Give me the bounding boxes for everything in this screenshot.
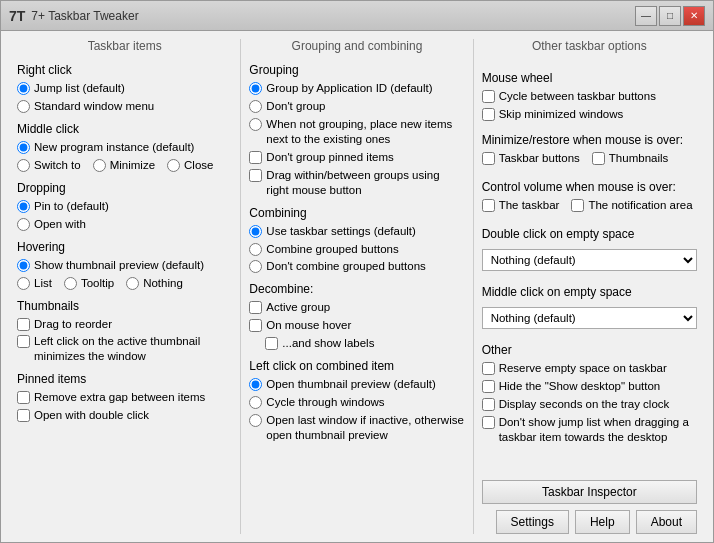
help-button[interactable]: Help <box>575 510 630 534</box>
close-button[interactable]: ✕ <box>683 6 705 26</box>
decomb-active-check[interactable] <box>249 301 262 314</box>
grp-no-pinned-check[interactable] <box>249 151 262 164</box>
other-hide-desktop-check[interactable] <box>482 380 495 393</box>
right-footer: Taskbar Inspector Settings Help About <box>482 472 697 534</box>
mr-taskbar-btns-check[interactable] <box>482 152 495 165</box>
other-reserve-check[interactable] <box>482 362 495 375</box>
grp-no-pinned: Don't group pinned items <box>249 150 464 165</box>
comb-dont: Don't combine grouped buttons <box>249 259 464 274</box>
grp-app-id-label: Group by Application ID (default) <box>266 81 432 96</box>
pin-dblclick-check[interactable] <box>17 409 30 422</box>
thumb-leftclick-check[interactable] <box>17 335 30 348</box>
mc-close: Close <box>167 158 213 173</box>
taskbar-inspector-button[interactable]: Taskbar Inspector <box>482 480 697 504</box>
column-taskbar-items: Taskbar items Right click Jump list (def… <box>9 39 241 534</box>
mw-skip-min: Skip minimized windows <box>482 107 697 122</box>
other-seconds-label: Display seconds on the tray clock <box>499 397 670 412</box>
hover-list-label: List <box>34 276 52 291</box>
mr-inline-row: Taskbar buttons Thumbnails <box>482 151 697 169</box>
hover-nothing-radio[interactable] <box>126 277 139 290</box>
other-hide-desktop-label: Hide the "Show desktop" button <box>499 379 661 394</box>
thumb-leftclick: Left click on the active thumbnail minim… <box>17 334 232 364</box>
lc-thumbnail: Open thumbnail preview (default) <box>249 377 464 392</box>
grp-app-id-radio[interactable] <box>249 82 262 95</box>
rc-window-menu-label: Standard window menu <box>34 99 154 114</box>
thumb-drag-label: Drag to reorder <box>34 317 112 332</box>
hover-list-radio[interactable] <box>17 277 30 290</box>
settings-button[interactable]: Settings <box>496 510 569 534</box>
dbl-click-select[interactable]: Nothing (default) Show desktop Task Mana… <box>482 249 697 271</box>
section-minimize-restore: Minimize/restore when mouse is over: <box>482 133 697 147</box>
mw-cycle-check[interactable] <box>482 90 495 103</box>
mc-close-label: Close <box>184 158 213 173</box>
mr-taskbar-btns: Taskbar buttons <box>482 151 580 166</box>
drop-open-radio[interactable] <box>17 218 30 231</box>
lc-cycle-radio[interactable] <box>249 396 262 409</box>
decomb-labels-check[interactable] <box>265 337 278 350</box>
cv-notification-check[interactable] <box>571 199 584 212</box>
section-pinned: Pinned items <box>17 372 232 386</box>
lc-thumbnail-radio[interactable] <box>249 378 262 391</box>
hover-list: List <box>17 276 52 291</box>
mw-skip-min-check[interactable] <box>482 108 495 121</box>
minimize-button[interactable]: — <box>635 6 657 26</box>
app-icon: 7T <box>9 8 25 24</box>
other-hide-desktop: Hide the "Show desktop" button <box>482 379 697 394</box>
comb-combine-radio[interactable] <box>249 243 262 256</box>
section-dbl-click: Double click on empty space <box>482 227 697 241</box>
mc-switch: Switch to <box>17 158 81 173</box>
comb-taskbar-radio[interactable] <box>249 225 262 238</box>
drop-pin-radio[interactable] <box>17 200 30 213</box>
mc-close-radio[interactable] <box>167 159 180 172</box>
mc-switch-radio[interactable] <box>17 159 30 172</box>
hover-thumbnail: Show thumbnail preview (default) <box>17 258 232 273</box>
other-seconds-check[interactable] <box>482 398 495 411</box>
mw-skip-min-label: Skip minimized windows <box>499 107 624 122</box>
hover-thumbnail-radio[interactable] <box>17 259 30 272</box>
lc-cycle-label: Cycle through windows <box>266 395 384 410</box>
rc-window-menu-radio[interactable] <box>17 100 30 113</box>
comb-combine-label: Combine grouped buttons <box>266 242 398 257</box>
section-combining: Combining <box>249 206 464 220</box>
decomb-active-label: Active group <box>266 300 330 315</box>
grp-dont-radio[interactable] <box>249 100 262 113</box>
rc-jump-list-radio[interactable] <box>17 82 30 95</box>
mr-thumbnails-check[interactable] <box>592 152 605 165</box>
pin-gap-label: Remove extra gap between items <box>34 390 205 405</box>
section-control-volume: Control volume when mouse is over: <box>482 180 697 194</box>
decomb-labels: ...and show labels <box>249 336 464 351</box>
other-no-jump-check[interactable] <box>482 416 495 429</box>
lc-last-window-radio[interactable] <box>249 414 262 427</box>
decomb-labels-label: ...and show labels <box>282 336 374 351</box>
pin-gap-check[interactable] <box>17 391 30 404</box>
section-leftclick: Left click on combined item <box>249 359 464 373</box>
title-bar-left: 7T 7+ Taskbar Tweaker <box>9 8 139 24</box>
inspector-section: Taskbar Inspector <box>482 480 697 504</box>
mc-new-instance-radio[interactable] <box>17 141 30 154</box>
grp-dont: Don't group <box>249 99 464 114</box>
mid-click-select[interactable]: Nothing (default) Show desktop Task Mana… <box>482 307 697 329</box>
cv-notification-label: The notification area <box>588 198 692 213</box>
grp-no-group-place-radio[interactable] <box>249 118 262 131</box>
cv-taskbar: The taskbar <box>482 198 560 213</box>
about-button[interactable]: About <box>636 510 697 534</box>
thumb-leftclick-label: Left click on the active thumbnail minim… <box>34 334 232 364</box>
footer-action-buttons: Settings Help About <box>482 510 697 534</box>
grp-drag-label: Drag within/between groups using right m… <box>266 168 464 198</box>
hover-tooltip-radio[interactable] <box>64 277 77 290</box>
hover-inline-row: List Tooltip Nothing <box>17 276 232 291</box>
grp-drag-check[interactable] <box>249 169 262 182</box>
cv-taskbar-check[interactable] <box>482 199 495 212</box>
hover-nothing: Nothing <box>126 276 183 291</box>
rc-jump-list: Jump list (default) <box>17 81 232 96</box>
decomb-hover-check[interactable] <box>249 319 262 332</box>
other-seconds: Display seconds on the tray clock <box>482 397 697 412</box>
mr-taskbar-btns-label: Taskbar buttons <box>499 151 580 166</box>
thumb-drag-check[interactable] <box>17 318 30 331</box>
maximize-button[interactable]: □ <box>659 6 681 26</box>
thumb-drag: Drag to reorder <box>17 317 232 332</box>
comb-dont-radio[interactable] <box>249 260 262 273</box>
hover-nothing-label: Nothing <box>143 276 183 291</box>
section-mid-click: Middle click on empty space <box>482 285 697 299</box>
mc-minimize-radio[interactable] <box>93 159 106 172</box>
